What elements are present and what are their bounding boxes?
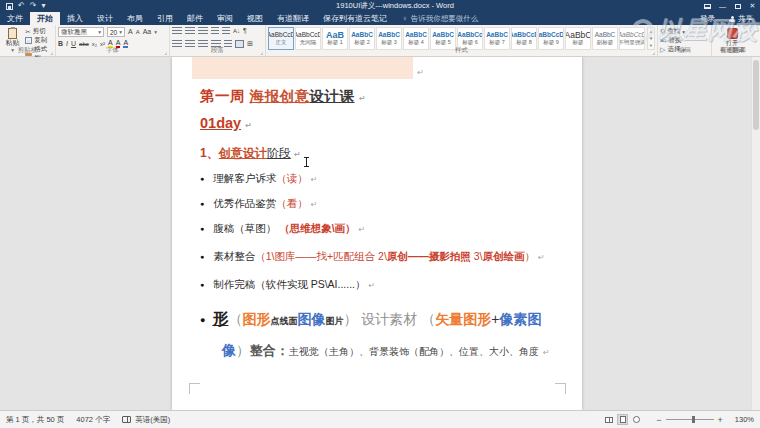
increase-indent-button[interactable] <box>222 27 230 35</box>
copy-button[interactable]: 复制 <box>25 36 53 45</box>
heading-week1[interactable]: 第一周 海报创意设计课 ↵ <box>200 87 556 106</box>
change-case-button[interactable]: Aa <box>143 28 152 36</box>
tell-me-label: 告诉我你想要做什么 <box>411 14 479 24</box>
paragraph-dialog-launcher-icon[interactable]: ⌟ <box>260 48 263 55</box>
zoom-in-button[interactable]: + <box>714 415 727 425</box>
clipboard-dialog-launcher-icon[interactable]: ⌟ <box>50 48 53 55</box>
tab-insert[interactable]: 插入 <box>60 12 90 25</box>
bullet-final-production[interactable]: ●制作完稿（软件实现 PS\AI......） ↵ <box>200 277 556 293</box>
tab-mailings[interactable]: 邮件 <box>180 12 210 25</box>
styles-scroll-down-icon[interactable]: ▼ <box>649 36 653 41</box>
redo-icon[interactable]: ↷ <box>30 2 37 10</box>
scrollbar-thumb[interactable] <box>753 60 759 130</box>
font-dialog-launcher-icon[interactable]: ⌟ <box>164 48 167 55</box>
zoom-level[interactable]: 130% <box>735 415 754 424</box>
bullet6-tuxiang: 图像 <box>297 311 325 327</box>
sort-button[interactable]: A↓ <box>233 27 240 35</box>
bullet6-detail: 主视觉（主角）、背景装饰（配角）、位置、大小、角度 <box>289 346 539 357</box>
bullet-material-integration[interactable]: ●素材整合（1\图库——找+匹配组合 2\原创——摄影拍照 3\原创绘画） ↵ <box>200 246 556 268</box>
tab-save-to-youdao-note[interactable]: 保存到有道云笔记 <box>316 12 394 25</box>
find-dropdown-icon: ▾ <box>682 29 685 35</box>
bullet6-xing: 形 <box>212 310 228 327</box>
tab-home[interactable]: 开始 <box>30 12 60 25</box>
tab-references[interactable]: 引用 <box>150 12 180 25</box>
undo-icon[interactable]: ↶ <box>18 2 25 10</box>
show-marks-button[interactable]: ¶ <box>243 27 247 35</box>
sign-in-button[interactable]: 登录 <box>693 12 722 25</box>
replace-label: 替换 <box>668 36 681 45</box>
bullet-icon: ● <box>200 281 204 288</box>
youdao-group: 打开 有道翻译 有道翻译 <box>712 25 754 56</box>
bullet-icon: ● <box>200 253 204 260</box>
font-name-combo[interactable]: 微软雅黑 ▾ <box>58 27 104 37</box>
web-layout-button[interactable] <box>631 414 642 425</box>
minimize-button[interactable]: — <box>715 0 730 12</box>
find-label: 查找 <box>667 27 680 36</box>
ribbon-display-options-button[interactable] <box>700 0 715 12</box>
tab-youdao-translate[interactable]: 有道翻译 <box>270 12 316 25</box>
restore-button[interactable] <box>730 0 745 12</box>
bullet6-sucai: 设计素材 <box>357 311 421 327</box>
bullet-list-button[interactable] <box>172 27 182 35</box>
save-icon[interactable] <box>6 3 13 10</box>
language-indicator[interactable]: 英语(美国) <box>135 415 170 425</box>
heading-01day[interactable]: 01day ↵ <box>200 115 556 131</box>
restore-icon <box>735 4 741 9</box>
cut-button[interactable]: ✂ 剪切 <box>25 27 53 36</box>
heading-01day-text: 01day <box>200 115 241 131</box>
word-count[interactable]: 4072 个字 <box>76 415 110 425</box>
share-person-icon <box>729 16 735 22</box>
zoom-slider-thumb[interactable] <box>692 416 695 423</box>
shrink-font-button[interactable]: A <box>136 28 140 36</box>
zoom-out-button[interactable]: − <box>652 415 665 425</box>
grow-font-button[interactable]: A <box>128 28 133 36</box>
vertical-scrollbar[interactable] <box>751 57 760 410</box>
paragraph-group: A↓ ¶ ⊞ 段落 ⌟ <box>170 25 266 56</box>
editing-group-label: 编辑 <box>658 46 711 55</box>
tab-layout[interactable]: 布局 <box>120 12 150 25</box>
read-mode-button[interactable] <box>603 414 614 425</box>
bullet2-text: 优秀作品鉴赏 <box>213 197 276 209</box>
paragraph-mark-icon: ↵ <box>245 121 252 130</box>
document-area: ↵ 第一周 海报创意设计课 ↵ 01day ↵ 1、创意设计阶段 ↵ ●理解客户… <box>0 57 760 410</box>
font-size-combo[interactable]: 20 ▾ <box>107 27 125 37</box>
bullet-appreciate-works[interactable]: ●优秀作品鉴赏（看） ↵ <box>200 196 556 212</box>
page-corner-mark-right <box>555 383 566 394</box>
tell-me-box[interactable]: ♀ 告诉我你想要做什么 <box>394 12 486 25</box>
share-label: 共享 <box>738 14 753 24</box>
styles-scroll-up-icon[interactable]: ▲ <box>649 29 653 34</box>
heading-week1-part1: 第一周 <box>200 88 250 104</box>
window-controls: — ✕ <box>700 0 760 12</box>
paragraph-mark-icon: ↵ <box>359 225 366 234</box>
zoom-control: − + <box>652 415 727 425</box>
bullet5-text: 制作完稿（软件实现 PS\AI......） <box>213 278 365 290</box>
bullet-draft-sketch[interactable]: ●腹稿（草图） （思维想象\画） ↵ <box>200 221 556 237</box>
highlighted-block[interactable]: ↵ <box>192 57 413 79</box>
document-page[interactable]: ↵ 第一周 海报创意设计课 ↵ 01day ↵ 1、创意设计阶段 ↵ ●理解客户… <box>172 57 582 410</box>
qat-customize-icon[interactable]: ▾ <box>41 2 45 10</box>
bullet-shape-design-material[interactable]: ●形（图形点线面图像图片） 设计素材 （矢量图形+像素图像）整合：主视觉（主角）… <box>200 304 556 367</box>
find-button[interactable]: ⚲ 查找 ▾ <box>660 27 709 36</box>
tab-view[interactable]: 视图 <box>240 12 270 25</box>
document-content: ↵ 第一周 海报创意设计课 ↵ 01day ↵ 1、创意设计阶段 ↵ ●理解客户… <box>172 57 582 410</box>
decrease-indent-button[interactable] <box>211 27 219 35</box>
page-indicator[interactable]: 第 1 页，共 50 页 <box>6 415 64 425</box>
styles-dialog-launcher-icon[interactable]: ⌟ <box>652 48 655 55</box>
tab-file[interactable]: 文件 <box>0 12 30 25</box>
numbered-list-button[interactable] <box>185 27 195 35</box>
proofing-icon[interactable] <box>122 416 131 423</box>
tab-design[interactable]: 设计 <box>90 12 120 25</box>
replace-button[interactable]: ab 替换 <box>660 36 709 45</box>
print-layout-button[interactable] <box>617 414 628 425</box>
change-case-dropdown-icon[interactable]: ▾ <box>154 29 157 35</box>
zoom-slider[interactable] <box>666 419 714 420</box>
font-group: 微软雅黑 ▾ 20 ▾ A A Aa ▾ B I U abc <box>56 25 170 56</box>
bullet-understand-client[interactable]: ●理解客户诉求（读） ↵ <box>200 171 556 187</box>
heading-creative-stage[interactable]: 1、创意设计阶段 ↵ <box>200 145 556 162</box>
bullet6-tupian: 图片 <box>325 316 343 326</box>
close-button[interactable]: ✕ <box>745 0 760 12</box>
tab-review[interactable]: 审阅 <box>210 12 240 25</box>
share-button[interactable]: 共享 <box>722 12 760 25</box>
multilevel-list-button[interactable] <box>198 27 208 35</box>
status-bar: 第 1 页，共 50 页 4072 个字 英语(美国) − + 130% <box>0 410 760 428</box>
